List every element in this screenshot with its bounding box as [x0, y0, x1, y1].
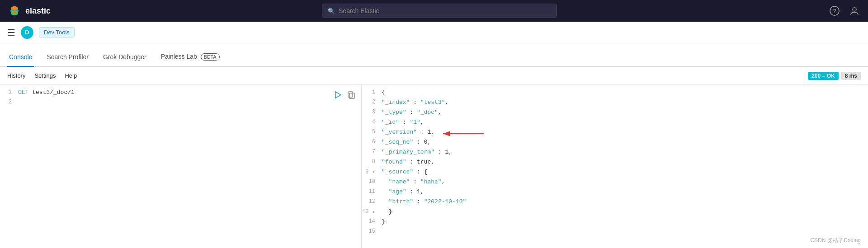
output-content: 1 { 2 "_index" : "test3", 3 "_type" : "_…	[362, 85, 868, 241]
line-content-1: GET test3/_doc/1	[16, 89, 361, 96]
elastic-logo-icon	[7, 4, 22, 18]
output-line-11: 11 "age" : 1,	[362, 188, 868, 198]
tab-grok-debugger[interactable]: Grok Debugger	[101, 48, 148, 67]
watermark: CSDN @桔子Coding	[810, 237, 861, 244]
history-link[interactable]: History	[7, 72, 25, 79]
svg-rect-10	[349, 93, 354, 98]
search-placeholder: Search Elastic	[339, 7, 379, 14]
status-ok-badge: 200 – OK	[808, 72, 838, 80]
line-num-1: 1	[0, 89, 16, 95]
svg-text:?: ?	[833, 8, 836, 14]
output-line-13: 13 ▴ }	[362, 208, 868, 218]
run-button[interactable]	[332, 89, 343, 100]
output-line-12: 12 "birth" : "2022-10-10"	[362, 198, 868, 208]
user-avatar[interactable]: D	[21, 26, 33, 39]
output-line-15: 15	[362, 228, 868, 238]
editor-actions	[332, 89, 357, 100]
output-panel: 1 { 2 "_index" : "test3", 3 "_type" : "_…	[362, 85, 868, 248]
help-link[interactable]: Help	[65, 72, 77, 79]
svg-point-4	[12, 7, 17, 14]
status-ms-badge: 8 ms	[841, 72, 861, 80]
svg-rect-9	[348, 92, 353, 97]
settings-link[interactable]: Settings	[34, 72, 56, 79]
output-line-9: 9 ▾ "_source" : {	[362, 168, 868, 178]
svg-point-7	[853, 8, 856, 11]
beta-badge: BETA	[201, 53, 220, 61]
action-bar: History Settings Help 200 – OK 8 ms	[0, 67, 868, 85]
status-badges: 200 – OK 8 ms	[808, 72, 861, 80]
tab-console[interactable]: Console	[7, 48, 34, 67]
output-line-7: 7 "_primary_term" : 1,	[362, 148, 868, 158]
hamburger-menu[interactable]: ☰	[7, 27, 15, 38]
main-content: 1 GET test3/_doc/1 2	[0, 85, 868, 248]
editor-line-1: 1 GET test3/_doc/1	[0, 89, 361, 98]
output-line-6: 6 "_seq_no" : 0,	[362, 138, 868, 148]
help-icon[interactable]: ?	[828, 5, 841, 17]
editor-panel: 1 GET test3/_doc/1 2	[0, 85, 362, 248]
elastic-logo[interactable]: elastic	[7, 4, 51, 18]
output-line-3: 3 "_type" : "_doc",	[362, 108, 868, 118]
output-line-4: 4 "_id" : "1",	[362, 118, 868, 128]
tabs-bar: Console Search Profiler Grok Debugger Pa…	[0, 43, 868, 67]
output-line-1: 1 {	[362, 89, 868, 98]
svg-marker-8	[335, 92, 341, 98]
output-line-10: 10 "name" : "haha",	[362, 178, 868, 188]
output-line-8: 8 "found" : true,	[362, 158, 868, 168]
output-line-5: 5 "_version" : 1,	[362, 128, 868, 138]
output-line-14: 14 }	[362, 218, 868, 228]
tab-painless-lab[interactable]: Painless Lab BETA	[159, 47, 222, 67]
line-num-2: 2	[0, 99, 16, 105]
copy-button[interactable]	[346, 89, 357, 100]
search-icon: 🔍	[328, 8, 335, 14]
editor-line-2: 2	[0, 98, 361, 108]
user-icon[interactable]	[848, 5, 861, 17]
output-line-2: 2 "_index" : "test3",	[362, 98, 868, 108]
search-bar-container: 🔍 Search Elastic	[56, 4, 823, 18]
nav-icons: ?	[828, 5, 861, 17]
editor-content[interactable]: 1 GET test3/_doc/1 2	[0, 85, 361, 248]
second-bar: ☰ D Dev Tools	[0, 22, 868, 43]
search-bar[interactable]: 🔍 Search Elastic	[322, 4, 557, 18]
dev-tools-badge[interactable]: Dev Tools	[39, 27, 75, 37]
tab-search-profiler[interactable]: Search Profiler	[45, 48, 90, 67]
elastic-text: elastic	[25, 6, 51, 16]
top-nav: elastic 🔍 Search Elastic ?	[0, 0, 868, 22]
